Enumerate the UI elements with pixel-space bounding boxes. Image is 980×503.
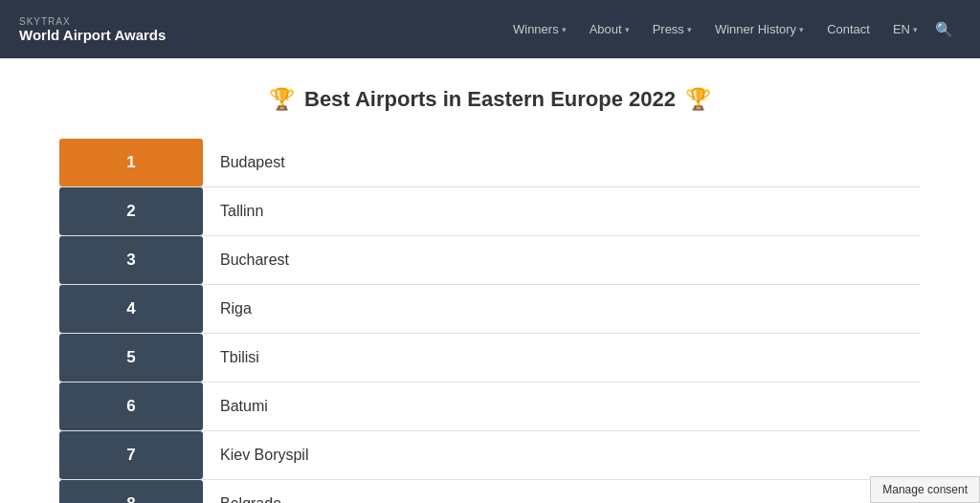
trophy-icon-right: 🏆	[685, 87, 711, 112]
page-title-text: Best Airports in Eastern Europe 2022	[304, 87, 676, 112]
table-row: 1Budapest	[59, 139, 921, 187]
manage-consent-button[interactable]: Manage consent	[870, 476, 980, 503]
airport-name: Tbilisi	[220, 349, 259, 366]
nav-link-about[interactable]: About▾	[580, 14, 639, 44]
search-icon[interactable]: 🔍	[927, 13, 961, 46]
table-row: 5Tbilisi	[59, 334, 921, 383]
airport-name: Kiev Boryspil	[220, 447, 308, 464]
nav-link-en[interactable]: EN▾	[883, 14, 927, 44]
chevron-down-icon: ▾	[562, 25, 567, 34]
airport-name: Budapest	[220, 154, 285, 171]
airport-name: Tallinn	[220, 203, 263, 220]
nav-links: Winners▾About▾Press▾Winner History▾Conta…	[503, 14, 927, 44]
table-row: 4Riga	[59, 285, 921, 334]
navbar: SKYTRAX World Airport Awards Winners▾Abo…	[0, 0, 980, 58]
rank-badge: 8	[59, 480, 203, 503]
chevron-down-icon: ▾	[625, 25, 630, 34]
table-row: 6Batumi	[59, 383, 921, 431]
rank-badge: 5	[59, 334, 203, 382]
rank-badge: 4	[59, 285, 203, 333]
rank-badge: 6	[59, 383, 203, 430]
table-row: 3Bucharest	[59, 236, 921, 285]
rank-badge: 7	[59, 431, 203, 479]
rank-badge: 3	[59, 236, 203, 284]
nav-link-winner-history[interactable]: Winner History▾	[705, 14, 813, 44]
airport-name: Belgrade	[220, 495, 281, 503]
site-name-label: World Airport Awards	[19, 27, 166, 43]
nav-link-press[interactable]: Press▾	[643, 14, 702, 44]
airport-name: Batumi	[220, 398, 268, 415]
table-row: 7Kiev Boryspil	[59, 431, 921, 480]
trophy-icon-left: 🏆	[269, 87, 295, 112]
table-row: 8Belgrade	[59, 480, 921, 503]
brand[interactable]: SKYTRAX World Airport Awards	[19, 16, 166, 43]
table-row: 2Tallinn	[59, 187, 921, 236]
nav-link-contact[interactable]: Contact	[817, 14, 880, 44]
page-content: 🏆 Best Airports in Eastern Europe 2022 🏆…	[40, 58, 940, 503]
airport-name: Bucharest	[220, 252, 289, 269]
chevron-down-icon: ▾	[799, 25, 804, 34]
chevron-down-icon: ▾	[687, 25, 692, 34]
airport-name: Riga	[220, 300, 252, 317]
rank-badge: 2	[59, 187, 203, 235]
rank-badge: 1	[59, 139, 203, 186]
chevron-down-icon: ▾	[913, 25, 918, 34]
page-title: 🏆 Best Airports in Eastern Europe 2022 🏆	[59, 87, 921, 112]
nav-link-winners[interactable]: Winners▾	[503, 14, 576, 44]
rankings-list: 1Budapest2Tallinn3Bucharest4Riga5Tbilisi…	[59, 139, 921, 503]
skytrax-label: SKYTRAX	[19, 16, 166, 27]
